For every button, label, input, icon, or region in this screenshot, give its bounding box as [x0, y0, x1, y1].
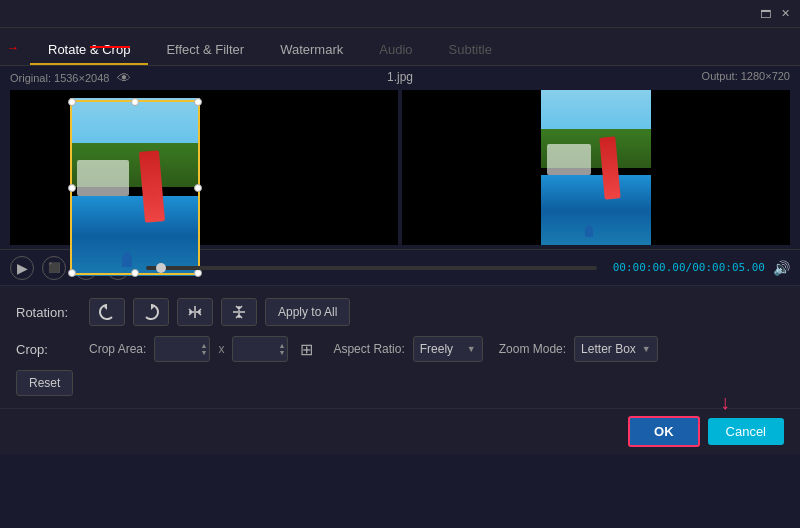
filename-label: 1.jpg [387, 70, 413, 84]
rotation-label: Rotation: [16, 305, 81, 320]
crop-handle-tm[interactable] [131, 98, 139, 106]
aspect-ratio-value: Freely [420, 342, 453, 356]
bottom-bar: ↓ OK Cancel [0, 408, 800, 454]
crop-height-up[interactable]: ▲ [278, 342, 285, 349]
zoom-mode-value: Letter Box [581, 342, 636, 356]
aspect-ratio-arrow: ▼ [467, 344, 476, 354]
tab-effect-filter[interactable]: Effect & Filter [148, 36, 262, 65]
apply-all-button[interactable]: Apply to All [265, 298, 350, 326]
crop-overlay[interactable] [70, 100, 200, 275]
controls-area: Rotation: Apply to All Crop: [0, 285, 800, 408]
preview-area [0, 90, 800, 249]
tab-audio: Audio [361, 36, 430, 65]
preview-info-bar: Original: 1536×2048 👁 1.jpg Output: 1280… [0, 66, 800, 90]
output-label: Output: 1280×720 [702, 70, 790, 86]
preview-panel-right [402, 90, 790, 245]
time-display: 00:00:00.00/00:00:05.00 [613, 261, 765, 274]
stop-button[interactable]: ⬛ [42, 256, 66, 280]
zoom-mode-label: Zoom Mode: [499, 342, 566, 356]
aspect-ratio-label: Aspect Ratio: [333, 342, 404, 356]
preview-panel-left [10, 90, 398, 245]
play-button[interactable]: ▶ [10, 256, 34, 280]
red-arrow-indicator: → [6, 39, 19, 54]
crop-label: Crop: [16, 342, 81, 357]
crop-height-spinbox[interactable]: 2048 ▲ ▼ [232, 336, 288, 362]
ok-button[interactable]: OK [628, 416, 700, 447]
crop-height-arrows[interactable]: ▲ ▼ [278, 337, 285, 361]
crop-handle-lm[interactable] [68, 184, 76, 192]
minimize-button[interactable]: 🗖 [758, 7, 772, 21]
zoom-mode-arrow: ▼ [642, 344, 651, 354]
tab-bar: → Rotate & Crop Effect & Filter Watermar… [0, 28, 800, 66]
crop-width-arrows[interactable]: ▲ ▼ [200, 337, 207, 361]
cancel-button[interactable]: Cancel [708, 418, 784, 445]
crop-width-down[interactable]: ▼ [200, 349, 207, 356]
crop-handle-rm[interactable] [194, 184, 202, 192]
crop-handle-tl[interactable] [68, 98, 76, 106]
title-bar-controls: 🗖 ✕ [758, 7, 792, 21]
close-button[interactable]: ✕ [778, 7, 792, 21]
crop-width-up[interactable]: ▲ [200, 342, 207, 349]
aspect-ratio-dropdown[interactable]: Freely ▼ [413, 336, 483, 362]
x-separator: x [218, 342, 224, 356]
flip-vertical-button[interactable] [221, 298, 257, 326]
crop-width-spinbox[interactable]: 1536 ▲ ▼ [154, 336, 210, 362]
tab-subtitle: Subtitle [431, 36, 510, 65]
volume-icon[interactable]: 🔊 [773, 260, 790, 276]
expand-icon[interactable]: ⊞ [300, 340, 313, 359]
flip-horizontal-button[interactable] [177, 298, 213, 326]
title-bar: 🗖 ✕ [0, 0, 800, 28]
tab-rotate-crop[interactable]: Rotate & Crop [30, 36, 148, 65]
eye-icon[interactable]: 👁 [117, 70, 131, 86]
original-label: Original: 1536×2048 [10, 72, 109, 84]
zoom-mode-dropdown[interactable]: Letter Box ▼ [574, 336, 658, 362]
crop-height-down[interactable]: ▼ [278, 349, 285, 356]
rotate-cw-button[interactable] [133, 298, 169, 326]
crop-handle-bl[interactable] [68, 269, 76, 277]
timeline-playhead[interactable] [156, 263, 166, 273]
crop-width-input[interactable]: 1536 [159, 342, 197, 356]
crop-handle-tr[interactable] [194, 98, 202, 106]
tab-watermark[interactable]: Watermark [262, 36, 361, 65]
crop-handle-bm[interactable] [131, 269, 139, 277]
crop-height-input[interactable]: 2048 [237, 342, 275, 356]
crop-area-label: Crop Area: [89, 342, 146, 356]
reset-button[interactable]: Reset [16, 370, 73, 396]
down-arrow-indicator: ↓ [720, 391, 730, 414]
rotation-row: Rotation: Apply to All [16, 298, 784, 326]
timeline-progress[interactable] [146, 266, 597, 270]
rotate-ccw-button[interactable] [89, 298, 125, 326]
crop-row: Crop: Crop Area: 1536 ▲ ▼ x 2048 ▲ ▼ ⊞ A… [16, 336, 784, 362]
crop-handle-br[interactable] [194, 269, 202, 277]
